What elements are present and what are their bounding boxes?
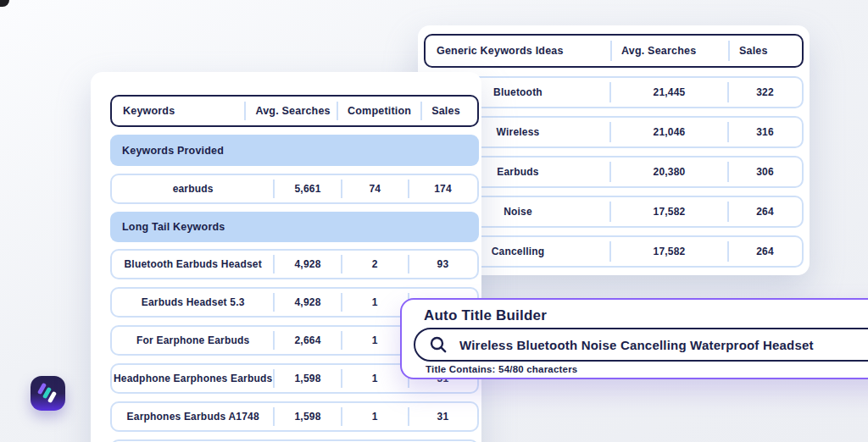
cell-keyword: Bluetooth Earbuds Headset <box>112 251 274 278</box>
cell-competition: 1 <box>342 289 409 316</box>
title-search-field[interactable] <box>414 328 868 362</box>
column-header-generic-keywords: Generic Keywords Ideas <box>426 36 610 66</box>
panel-title: Auto Title Builder <box>424 307 547 324</box>
cell-sales: 264 <box>728 197 802 226</box>
keywords-table-header: Keywords Avg. Searches Competition Sales <box>110 95 479 127</box>
cell-searches: 1,598 <box>274 365 341 392</box>
column-header-sales: Sales <box>420 97 477 125</box>
cell-searches: 17,582 <box>610 197 728 226</box>
cell-sales: 264 <box>728 237 802 266</box>
cell-competition: 74 <box>342 175 409 202</box>
cell-keyword: For Earphone Earbuds <box>112 327 274 354</box>
cell-searches: 21,046 <box>610 118 728 146</box>
table-row: earbuds 5,661 74 174 <box>110 174 479 204</box>
cell-searches: 2,664 <box>274 327 341 354</box>
cell-searches: 4,928 <box>274 251 341 278</box>
cell-competition: 1 <box>342 327 409 354</box>
magnifier-icon[interactable] <box>428 334 448 355</box>
cell-searches: 1,598 <box>274 403 341 430</box>
cell-sales: 322 <box>728 78 802 107</box>
cell-competition: 2 <box>342 251 409 278</box>
cell-sales: 306 <box>728 157 802 186</box>
keywords-results-card: Keywords Avg. Searches Competition Sales… <box>91 72 481 442</box>
cell-searches: 4,928 <box>274 289 341 316</box>
cell-keyword: earbuds <box>112 175 274 202</box>
title-input[interactable] <box>458 337 868 353</box>
column-header-keywords: Keywords <box>112 97 244 125</box>
cell-competition: 1 <box>342 365 409 392</box>
column-header-competition: Competition <box>337 97 420 125</box>
cell-keyword: Earbuds Headset 5.3 <box>112 289 274 316</box>
section-banner-long-tail: Long Tail Keywords <box>110 212 479 242</box>
window-corner <box>0 0 9 7</box>
cell-sales: 316 <box>728 118 802 146</box>
generic-table-header: Generic Keywords Ideas Avg. Searches Sal… <box>424 34 804 68</box>
character-count-label: Title Contains: 54/80 characters <box>426 364 577 374</box>
cell-sales: 93 <box>409 251 477 278</box>
cell-keyword: Earphones Earbuds A1748 <box>112 403 274 430</box>
table-row: Bluetooth Earbuds Headset 4,928 2 93 <box>110 249 479 279</box>
table-row: Earphones Earbuds A1748 1,598 1 31 <box>110 401 479 432</box>
cell-searches: 21,445 <box>610 78 728 107</box>
cell-sales: 31 <box>409 403 477 430</box>
cell-searches: 5,661 <box>274 175 341 202</box>
cell-searches: 17,582 <box>610 237 728 266</box>
column-header-sales: Sales <box>728 36 802 66</box>
cell-keyword: Headphone Earphones Earbuds <box>112 365 274 392</box>
cell-searches: 20,380 <box>610 157 728 186</box>
column-header-avg-searches: Avg. Searches <box>244 97 337 125</box>
cell-competition: 1 <box>342 403 409 430</box>
section-banner-keywords-provided: Keywords Provided <box>110 135 479 166</box>
cell-sales: 174 <box>409 175 477 202</box>
app-logo <box>31 376 65 411</box>
auto-title-builder-panel: Auto Title Builder Title Contains: 54/80… <box>400 298 868 379</box>
column-header-avg-searches: Avg. Searches <box>610 36 728 66</box>
